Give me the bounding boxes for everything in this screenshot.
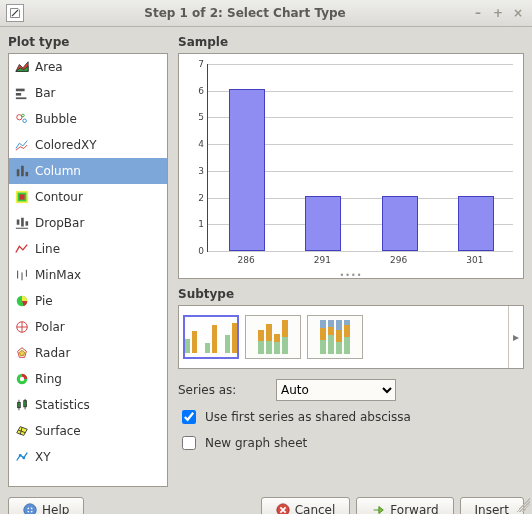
plot-type-item-area[interactable]: Area xyxy=(9,54,167,80)
svg-rect-9 xyxy=(21,166,24,177)
plot-type-item-label: Bubble xyxy=(35,112,77,126)
window-title: Step 1 of 2: Select Chart Type xyxy=(24,6,466,20)
svg-rect-4 xyxy=(16,97,27,99)
svg-rect-2 xyxy=(16,89,25,92)
close-button[interactable]: × xyxy=(510,5,526,21)
splitter-handle[interactable]: •••• xyxy=(340,271,363,280)
plot-type-item-label: Surface xyxy=(35,424,81,438)
help-button[interactable]: Help xyxy=(8,497,84,514)
help-button-label: Help xyxy=(42,503,69,514)
svg-rect-41 xyxy=(24,509,36,511)
plot-type-item-contour[interactable]: Contour xyxy=(9,184,167,210)
subtype-title: Subtype xyxy=(178,287,524,301)
polar-icon xyxy=(15,320,29,334)
subtype-scroll-right[interactable]: ▸ xyxy=(508,306,523,368)
plot-type-item-column[interactable]: Column xyxy=(9,158,167,184)
forward-button-label: Forward xyxy=(390,503,438,514)
series-as-combo[interactable]: Auto xyxy=(276,379,396,401)
plot-type-item-statistics[interactable]: Statistics xyxy=(9,392,167,418)
plot-type-title: Plot type xyxy=(8,35,168,49)
svg-point-37 xyxy=(22,457,25,460)
chart-bar xyxy=(458,196,494,251)
cancel-button-label: Cancel xyxy=(295,503,336,514)
titlebar: Step 1 of 2: Select Chart Type – + × xyxy=(0,0,532,27)
statistics-icon xyxy=(15,398,29,412)
pie-icon xyxy=(15,294,29,308)
svg-rect-14 xyxy=(17,220,20,225)
subtype-thumb-percentage[interactable] xyxy=(307,315,363,359)
chart-bar xyxy=(229,89,265,251)
plot-type-item-bubble[interactable]: Bubble xyxy=(9,106,167,132)
subtype-row: ▸ xyxy=(178,305,524,369)
app-icon xyxy=(6,4,24,22)
y-tick: 6 xyxy=(198,86,204,96)
y-tick: 2 xyxy=(198,193,204,203)
plot-type-item-label: Bar xyxy=(35,86,56,100)
new-graph-sheet-checkbox[interactable] xyxy=(182,436,196,450)
series-as-label: Series as: xyxy=(178,383,266,397)
y-tick: 7 xyxy=(198,59,204,69)
plot-type-item-bar[interactable]: Bar xyxy=(9,80,167,106)
y-tick: 3 xyxy=(198,166,204,176)
y-tick: 5 xyxy=(198,112,204,122)
radar-icon xyxy=(15,346,29,360)
chart-bar xyxy=(382,196,418,251)
plot-type-item-ring[interactable]: Ring xyxy=(9,366,167,392)
coloredxy-icon xyxy=(15,138,29,152)
use-first-series-label[interactable]: Use first series as shared abscissa xyxy=(205,410,411,424)
line-icon xyxy=(15,242,29,256)
svg-rect-13 xyxy=(19,194,24,199)
plot-type-item-dropbar[interactable]: DropBar xyxy=(9,210,167,236)
plot-type-item-label: Polar xyxy=(35,320,65,334)
x-tick: 286 xyxy=(238,255,255,265)
plot-type-item-radar[interactable]: Radar xyxy=(9,340,167,366)
plot-type-item-label: Contour xyxy=(35,190,83,204)
plot-type-item-minmax[interactable]: MinMax xyxy=(9,262,167,288)
button-bar: Help Cancel Forward Insert xyxy=(0,491,532,514)
x-tick: 291 xyxy=(314,255,331,265)
plot-type-item-label: Line xyxy=(35,242,60,256)
ring-icon xyxy=(15,372,29,386)
svg-point-7 xyxy=(22,114,25,117)
chart-bar xyxy=(305,196,341,251)
plot-type-item-coloredxy[interactable]: ColoredXY xyxy=(9,132,167,158)
plot-type-item-label: Ring xyxy=(35,372,62,386)
use-first-series-checkbox[interactable] xyxy=(182,410,196,424)
svg-rect-16 xyxy=(26,221,29,225)
bar-icon xyxy=(15,86,29,100)
forward-button[interactable]: Forward xyxy=(356,497,453,514)
column-icon xyxy=(15,164,29,178)
new-graph-sheet-label[interactable]: New graph sheet xyxy=(205,436,307,450)
plot-type-item-surface[interactable]: Surface xyxy=(9,418,167,444)
insert-button-label: Insert xyxy=(475,503,509,514)
maximize-button[interactable]: + xyxy=(490,5,506,21)
y-tick: 1 xyxy=(198,219,204,229)
svg-rect-8 xyxy=(17,169,20,176)
plot-type-item-line[interactable]: Line xyxy=(9,236,167,262)
minimize-button[interactable]: – xyxy=(470,5,486,21)
y-tick: 4 xyxy=(198,139,204,149)
plot-type-list[interactable]: AreaBarBubbleColoredXYColumnContourDropB… xyxy=(8,53,168,487)
area-icon xyxy=(15,60,29,74)
plot-type-item-xy[interactable]: XY xyxy=(9,444,167,470)
svg-rect-10 xyxy=(26,172,29,176)
minmax-icon xyxy=(15,268,29,282)
dropbar-icon xyxy=(15,216,29,230)
plot-type-item-polar[interactable]: Polar xyxy=(9,314,167,340)
cancel-icon xyxy=(276,503,290,514)
x-tick: 301 xyxy=(466,255,483,265)
svg-point-6 xyxy=(23,119,27,123)
insert-button[interactable]: Insert xyxy=(460,497,524,514)
y-tick: 0 xyxy=(198,246,204,256)
svg-point-28 xyxy=(20,377,24,381)
plot-type-item-label: DropBar xyxy=(35,216,84,230)
plot-type-item-label: MinMax xyxy=(35,268,81,282)
svg-point-36 xyxy=(19,454,22,457)
plot-type-item-pie[interactable]: Pie xyxy=(9,288,167,314)
contour-icon xyxy=(15,190,29,204)
cancel-button[interactable]: Cancel xyxy=(261,497,351,514)
plot-type-item-label: ColoredXY xyxy=(35,138,97,152)
subtype-thumb-side-by-side[interactable] xyxy=(183,315,239,359)
subtype-thumb-stacked[interactable] xyxy=(245,315,301,359)
resize-grip[interactable] xyxy=(516,498,530,512)
